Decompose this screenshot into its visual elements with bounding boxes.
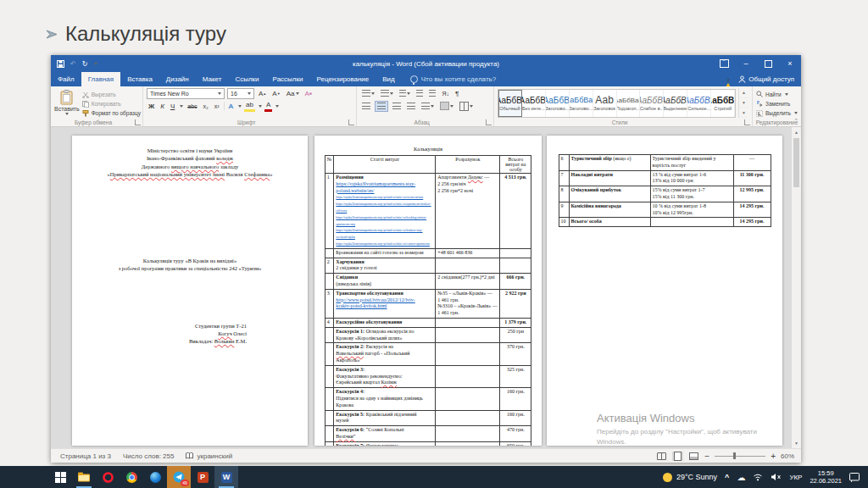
style-выделение[interactable]: АаБбВвВыделение — [664, 90, 687, 117]
font-dialog-launcher[interactable] — [348, 119, 354, 125]
style-заголово[interactable]: АаБбВіЗаголово... — [546, 90, 570, 117]
document-page-3[interactable]: 6Туристичний збір (якщо є)Туристичний зб… — [547, 136, 782, 446]
zoom-slider[interactable] — [715, 456, 765, 457]
window-minimize-button[interactable]: – — [735, 55, 757, 72]
print-layout-button[interactable] — [672, 452, 683, 461]
text-effects-button[interactable]: А — [227, 102, 235, 111]
taskbar-telegram-icon[interactable]: 49 — [167, 466, 191, 488]
multilevel-list-button[interactable] — [398, 89, 412, 98]
document-hyperlink[interactable]: https://rajska3lvatriumapartments.stay-p… — [336, 202, 431, 213]
web-layout-button[interactable] — [688, 452, 699, 461]
style-сильное[interactable]: АаБбВвСильное... — [687, 90, 711, 117]
ribbon-tab-макет[interactable]: Макет — [196, 72, 229, 86]
scroll-down-icon[interactable]: ▼ — [792, 438, 801, 448]
window-restore-button[interactable] — [757, 55, 779, 72]
document-hyperlink[interactable]: https://rajska3lvatriumapartments.stay-p… — [336, 242, 430, 246]
taskbar-word-icon[interactable]: W — [214, 466, 238, 488]
style-строгий[interactable]: АаБбВвСтрогий — [711, 90, 735, 117]
zoom-out-button[interactable]: − — [704, 452, 709, 461]
clipboard-dialog-launcher[interactable] — [135, 119, 141, 125]
style-безинте[interactable]: АаБбВіБез инте... — [522, 90, 546, 117]
find-button[interactable]: Найти — [756, 90, 798, 98]
increase-indent-button[interactable] — [427, 89, 437, 98]
document-hyperlink[interactable]: https://rajska3lvatriumapartments.stay- — [336, 181, 415, 186]
network-icon[interactable] — [753, 473, 763, 481]
save-icon[interactable] — [57, 60, 64, 68]
undo-icon[interactable]: ↶ — [70, 60, 76, 68]
paragraph-dialog-launcher[interactable] — [486, 119, 492, 125]
taskbar-edge-icon[interactable] — [143, 466, 167, 488]
qat-dropdown-icon[interactable] — [94, 63, 97, 65]
align-right-button[interactable] — [391, 102, 403, 111]
document-hyperlink[interactable]: http://www.poisd.lviv.ua/2012/12/lviv- — [336, 297, 415, 302]
underline-button[interactable]: Ч — [169, 102, 176, 111]
scrollbar-thumb[interactable] — [793, 138, 799, 187]
word-count[interactable]: Число слов: 255 — [117, 452, 180, 460]
document-hyperlink[interactable]: https://rajska3lvatriumapartments.stay-p… — [336, 196, 423, 199]
style-слабоев[interactable]: АаБбВвСлабое в... — [640, 90, 664, 117]
ribbon-tab-главная[interactable]: Главная — [81, 72, 120, 86]
document-hyperlink[interactable]: krakiv-poisd-kvitok.html — [336, 303, 387, 308]
weather-widget[interactable]: 29°C Sunny — [663, 473, 717, 482]
font-color-button[interactable]: А — [264, 100, 272, 112]
styles-dialog-launcher[interactable] — [744, 119, 750, 125]
activation-warning-icon[interactable]: ! — [723, 75, 733, 84]
scroll-up-icon[interactable]: ▲ — [792, 127, 801, 137]
document-page-2[interactable]: Калькуляція №Статті витратРозрахунокВсьо… — [314, 136, 542, 446]
strikethrough-button[interactable]: abc — [186, 102, 198, 111]
style-заголовок[interactable]: АаbЗаголовок — [593, 90, 617, 117]
decrease-indent-button[interactable] — [415, 89, 425, 98]
line-spacing-button[interactable] — [420, 102, 436, 111]
bullets-button[interactable] — [360, 89, 376, 98]
taskbar-start-button[interactable] — [48, 466, 72, 488]
page-indicator[interactable]: Страница 1 из 3 — [54, 452, 117, 460]
ribbon-tab-рассылки[interactable]: Рассылки — [266, 72, 310, 86]
underline-dropdown-icon[interactable] — [180, 105, 183, 108]
document-hyperlink[interactable]: poland.website/en/ — [336, 188, 374, 193]
window-close-button[interactable]: × — [779, 55, 801, 72]
volume-muted-icon[interactable] — [771, 473, 782, 481]
grow-font-button[interactable]: А▲ — [257, 89, 268, 98]
vertical-scrollbar[interactable]: ▲ ▼ — [791, 127, 801, 448]
zoom-level[interactable]: 60% — [781, 452, 794, 460]
font-size-select[interactable]: 16 — [227, 88, 254, 99]
zoom-in-button[interactable]: + — [771, 452, 776, 461]
bold-button[interactable]: Ж — [147, 102, 156, 111]
ribbon-tab-дизайн[interactable]: Дизайн — [159, 72, 196, 86]
superscript-button[interactable]: x² — [213, 102, 221, 111]
text-effects-dropdown-icon[interactable] — [238, 105, 242, 108]
select-button[interactable]: Выделить — [756, 109, 798, 118]
read-mode-button[interactable] — [656, 452, 667, 461]
tell-me-box[interactable]: Что вы хотите сделать? — [402, 72, 496, 86]
style-обычный[interactable]: АаБбВіОбычный — [498, 90, 522, 117]
ribbon-tab-вид[interactable]: Вид — [376, 72, 401, 86]
taskbar-chrome-icon[interactable] — [120, 466, 143, 488]
paste-button[interactable]: Вставить — [54, 88, 80, 118]
font-color-dropdown-icon[interactable] — [275, 105, 279, 108]
styles-more-button[interactable]: ▼ — [739, 108, 748, 118]
ribbon-display-options-button[interactable]: ⌃ — [713, 55, 735, 72]
format-painter-button[interactable]: Формат по образцу — [82, 108, 141, 118]
style-заголово[interactable]: АаБбВаГЗаголово... — [570, 90, 593, 117]
sort-button[interactable]: Я↓ — [440, 89, 451, 98]
ribbon-tab-ссылки[interactable]: Ссылки — [228, 72, 265, 86]
keyboard-language[interactable]: УКР — [789, 474, 802, 481]
document-page-1[interactable]: Міністерство освіти і науки УкраїниІвано… — [72, 136, 308, 446]
action-center-icon[interactable] — [849, 473, 860, 482]
clock[interactable]: 15:59 22.06.2021 — [810, 469, 842, 485]
taskbar-opera-icon[interactable] — [96, 466, 120, 488]
copy-button[interactable]: Копировать — [82, 99, 141, 108]
numbering-button[interactable] — [379, 89, 395, 98]
onedrive-cloud-icon[interactable]: ☁ — [737, 473, 745, 482]
cut-button[interactable]: Вырезать — [82, 90, 141, 99]
align-left-button[interactable] — [360, 102, 372, 111]
collapse-ribbon-icon[interactable]: ⌃ — [793, 118, 798, 125]
italic-button[interactable]: К — [159, 102, 166, 111]
subscript-button[interactable]: x₂ — [202, 102, 210, 111]
highlight-dropdown-icon[interactable] — [259, 105, 262, 108]
ribbon-tab-файл[interactable]: Файл — [51, 72, 81, 86]
taskbar-powerpoint-icon[interactable]: P — [191, 466, 214, 488]
justify-button[interactable] — [405, 102, 417, 111]
taskbar-explorer-icon[interactable] — [72, 466, 96, 488]
style-подзагол[interactable]: АаБбВаГПодзагол... — [617, 90, 641, 117]
